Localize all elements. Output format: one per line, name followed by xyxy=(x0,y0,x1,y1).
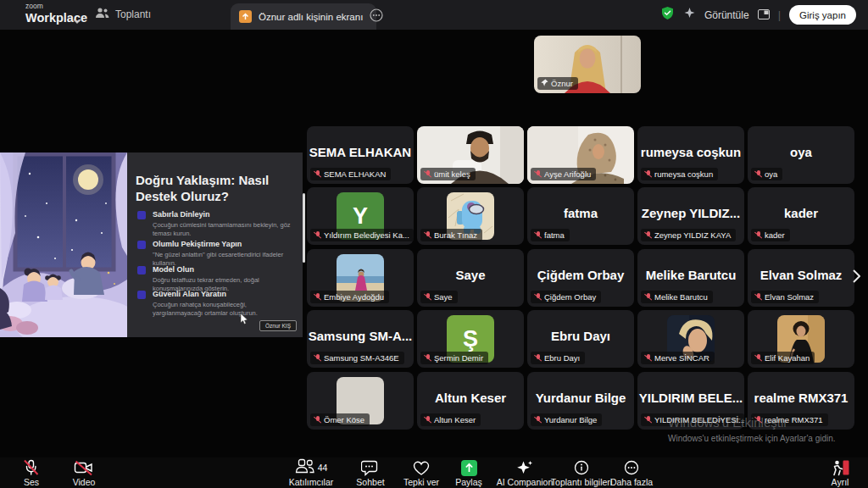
participant-tile[interactable]: Samsung SM-A... Samsung SM-A346E xyxy=(307,310,414,368)
muted-mic-icon xyxy=(644,354,652,363)
participant-name-label: Çiğdem Orbay xyxy=(531,291,601,303)
muted-mic-icon xyxy=(424,354,431,363)
muted-mic-icon xyxy=(424,231,431,240)
participant-name-label: Elif Kayahan xyxy=(751,352,815,364)
meeting-toolbar: Ses Video 44 Katılımcılar Sohbet xyxy=(0,458,868,488)
participant-tile[interactable]: Elvan Solmaz Elvan Solmaz xyxy=(748,249,854,307)
heart-icon xyxy=(413,459,430,476)
muted-mic-icon xyxy=(754,231,762,240)
participant-tile[interactable]: Altun Keser Altun Keser xyxy=(417,372,524,430)
participant-tile[interactable]: Merve SİNCAR xyxy=(637,310,744,368)
participant-name-label: Altun Keser xyxy=(420,413,481,426)
participant-tile[interactable]: Melike Barutcu Melike Barutcu xyxy=(637,249,744,307)
view-label[interactable]: Görüntüle xyxy=(704,9,749,21)
tab-shared-screen[interactable]: Öznur adlı kişinin ekranı xyxy=(231,3,376,30)
video-button[interactable]: Video xyxy=(64,459,103,487)
pin-icon xyxy=(541,79,548,88)
participant-name-label: Saye xyxy=(420,291,458,303)
participant-name-label: fatma xyxy=(531,229,570,241)
ai-companion-icon xyxy=(515,459,534,476)
bullet-square-icon xyxy=(137,266,146,274)
muted-mic-icon xyxy=(314,293,321,302)
muted-mic-icon xyxy=(754,293,762,302)
people-icon xyxy=(95,7,109,21)
presenter-badge: Öznur KIŞ xyxy=(259,320,297,331)
muted-mic-icon xyxy=(314,354,321,363)
participant-tile[interactable]: Ebru Dayı Ebru Dayı xyxy=(527,310,634,368)
muted-mic-icon xyxy=(534,231,542,240)
tab-meeting[interactable]: Toplantı xyxy=(95,7,151,21)
participant-name-label: Samsung SM-A346E xyxy=(310,352,404,364)
participant-tile[interactable]: Burak Tınaz xyxy=(417,187,524,245)
participant-tile[interactable]: Yurdanur Bilge Yurdanur Bilge xyxy=(527,372,634,430)
meeting-stage: Doğru Yaklaşım: Nasıl Destek Oluruz? Sab… xyxy=(0,30,868,458)
participant-tile[interactable]: Çiğdem Orbay Çiğdem Orbay xyxy=(527,249,634,307)
participant-tile[interactable]: Ömer Köse xyxy=(307,372,414,430)
more-icon xyxy=(624,459,639,476)
view-layout-icon[interactable] xyxy=(758,8,770,23)
reactions-button[interactable]: Tepki ver xyxy=(395,459,448,487)
participant-name-label: Melike Barutcu xyxy=(641,291,713,303)
muted-mic-icon xyxy=(424,170,431,179)
participant-tile[interactable]: fatma fatma xyxy=(527,187,634,245)
share-button[interactable]: Paylaş xyxy=(444,459,493,487)
tab-options-icon[interactable] xyxy=(370,8,383,25)
slide-bullet: Güvenli Alan Yaratın Çocuğun rahatça kon… xyxy=(137,290,298,318)
leave-icon xyxy=(831,459,850,476)
participant-name-label: Ayşe Arifoğlu xyxy=(531,168,596,180)
participant-tile[interactable]: Y Yıldırım Belediyesi Ka... xyxy=(307,187,414,245)
ai-sparkle-icon[interactable] xyxy=(683,7,696,23)
divider: | xyxy=(778,8,781,21)
participant-tile[interactable]: Zeynep YILDIZ... Zeynep YILDIZ KAYA xyxy=(637,187,744,245)
participant-tile[interactable]: Embiye Aydoğdu xyxy=(307,249,414,307)
gallery-scrollbar[interactable] xyxy=(303,193,305,263)
participant-tile[interactable]: ümit keleş xyxy=(417,126,524,184)
more-button[interactable]: Daha fazla xyxy=(599,459,664,487)
mute-button[interactable]: Ses xyxy=(14,459,49,487)
participant-tile[interactable]: Elif Kayahan xyxy=(748,310,854,368)
mouse-cursor-icon xyxy=(240,313,249,329)
participant-tile[interactable]: kader kader xyxy=(748,187,854,245)
chevron-down-icon[interactable] xyxy=(73,12,81,27)
participant-tile[interactable]: SEMA ELHAKAN SEMA ELHAKAN xyxy=(307,126,414,184)
participant-name-label: SEMA ELHAKAN xyxy=(310,168,391,180)
participant-name-label: Elvan Solmaz xyxy=(751,291,819,303)
participant-tile[interactable]: Ş Şermin Demir xyxy=(417,310,524,368)
next-page-chevron-icon[interactable] xyxy=(853,269,860,286)
participant-name-label: Öznur xyxy=(537,77,578,90)
muted-mic-icon xyxy=(534,416,542,424)
muted-mic-icon xyxy=(534,293,542,302)
security-shield-icon[interactable] xyxy=(660,6,675,24)
shared-screen-view: Doğru Yaklaşım: Nasıl Destek Oluruz? Sab… xyxy=(0,152,303,337)
chat-button[interactable]: Sohbet xyxy=(345,459,396,487)
participant-name-label: Yurdanur Bilge xyxy=(531,413,602,426)
muted-mic-icon xyxy=(424,416,431,424)
tab-shared-screen-label: Öznur adlı kişinin ekranı xyxy=(259,12,363,22)
slide-bullet: Sabırla Dinleyin Çocuğun cümlesini tamam… xyxy=(137,210,298,238)
share-screen-icon xyxy=(461,460,477,476)
participant-tile[interactable]: Saye Saye xyxy=(417,249,524,307)
participant-name-label: rumeysa coşkun xyxy=(641,168,718,180)
muted-video-icon xyxy=(74,459,94,476)
slide-bullet: Olumlu Pekiştirme Yapın "Ne güzel anlatt… xyxy=(137,240,298,268)
participant-name-label: Yıldırım Belediyesi Ka... xyxy=(310,229,414,241)
brand-zoom: zoom xyxy=(25,3,87,10)
participant-tile[interactable]: Ayşe Arifoğlu xyxy=(527,126,634,184)
participant-tile[interactable]: oya oya xyxy=(748,126,854,184)
participant-name-label: kader xyxy=(751,229,790,241)
screen-share-icon xyxy=(239,10,252,23)
participant-tile-spotlight[interactable]: Öznur xyxy=(534,36,641,93)
muted-mic-icon xyxy=(314,416,321,424)
muted-mic-icon xyxy=(534,354,542,363)
bullet-square-icon xyxy=(137,291,146,299)
participant-name-label: Burak Tınaz xyxy=(420,229,482,241)
participants-button[interactable]: 44 Katılımcılar xyxy=(277,459,345,487)
participant-tile[interactable]: rumeysa coşkun rumeysa coşkun xyxy=(637,126,744,184)
participant-name-label: Merve SİNCAR xyxy=(641,352,715,364)
leave-button[interactable]: Ayrıl xyxy=(819,459,861,487)
participant-name-label: oya xyxy=(751,168,782,180)
sign-in-button[interactable]: Giriş yapın xyxy=(789,5,856,25)
muted-mic-icon xyxy=(22,459,41,476)
participants-count: 44 xyxy=(318,463,328,473)
chat-icon xyxy=(361,459,380,476)
